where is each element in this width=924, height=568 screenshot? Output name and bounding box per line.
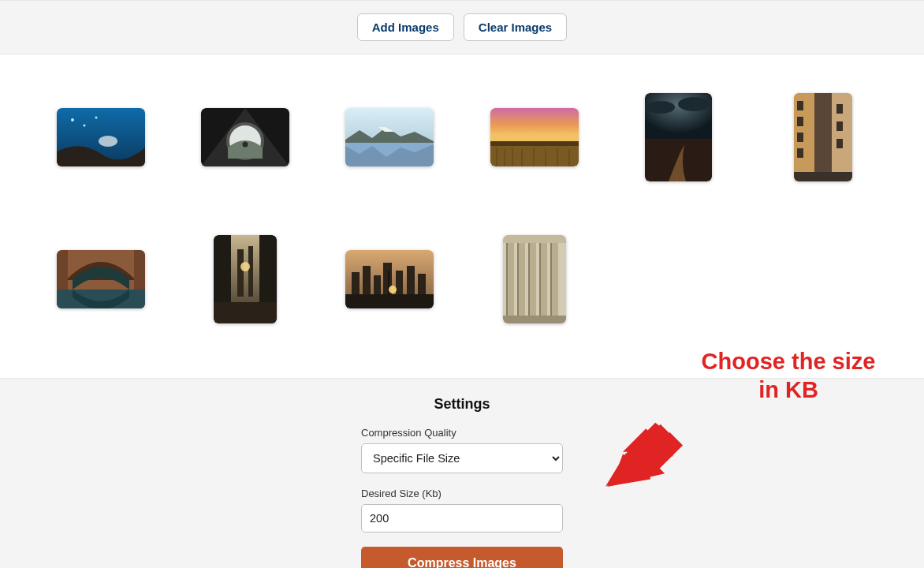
svg-marker-73 xyxy=(611,446,646,480)
svg-marker-80 xyxy=(605,454,642,487)
svg-rect-75 xyxy=(639,424,674,458)
image-thumbnail[interactable] xyxy=(214,235,277,323)
svg-point-58 xyxy=(389,286,397,293)
svg-rect-65 xyxy=(506,241,508,317)
toolbar: Add Images Clear Images xyxy=(0,0,924,54)
svg-rect-51 xyxy=(374,275,381,296)
svg-rect-26 xyxy=(794,93,814,181)
image-thumbnail[interactable] xyxy=(57,250,145,308)
svg-marker-74 xyxy=(610,454,663,483)
svg-rect-50 xyxy=(363,266,371,296)
svg-rect-45 xyxy=(248,246,253,297)
svg-marker-79 xyxy=(607,428,673,486)
svg-point-2 xyxy=(71,118,74,121)
image-gallery xyxy=(0,54,924,379)
image-thumbnail[interactable] xyxy=(57,108,145,166)
image-thumbnail[interactable] xyxy=(490,108,579,166)
svg-rect-32 xyxy=(797,148,803,158)
image-thumbnail[interactable] xyxy=(794,93,852,181)
svg-rect-55 xyxy=(418,274,426,296)
svg-point-47 xyxy=(240,262,250,271)
svg-point-22 xyxy=(646,101,675,114)
svg-point-3 xyxy=(83,125,85,127)
svg-rect-11 xyxy=(490,108,579,141)
svg-marker-72 xyxy=(614,449,652,478)
svg-marker-78 xyxy=(609,445,665,487)
svg-rect-71 xyxy=(503,316,566,323)
svg-rect-29 xyxy=(797,101,803,110)
svg-rect-44 xyxy=(237,249,244,297)
svg-marker-76 xyxy=(609,450,659,483)
svg-rect-28 xyxy=(814,93,832,181)
image-thumbnail[interactable] xyxy=(345,250,434,308)
desired-size-input[interactable] xyxy=(361,504,563,532)
settings-title: Settings xyxy=(361,396,563,413)
image-thumbnail[interactable] xyxy=(201,108,289,166)
arrow-icon xyxy=(599,414,690,501)
quality-label: Compression Quality xyxy=(361,427,563,439)
svg-rect-31 xyxy=(797,133,803,142)
svg-rect-49 xyxy=(352,272,360,296)
svg-rect-43 xyxy=(259,235,277,302)
svg-rect-66 xyxy=(517,241,519,317)
svg-rect-30 xyxy=(797,117,803,126)
svg-point-4 xyxy=(95,117,97,119)
svg-rect-34 xyxy=(836,121,843,131)
svg-rect-33 xyxy=(836,104,843,114)
svg-point-1 xyxy=(99,136,117,147)
svg-rect-42 xyxy=(214,235,231,302)
svg-rect-53 xyxy=(396,271,403,296)
svg-rect-82 xyxy=(633,426,672,465)
svg-rect-36 xyxy=(794,172,852,181)
annotation-text-line2: in KB xyxy=(758,377,818,402)
svg-rect-69 xyxy=(550,241,552,317)
compress-images-button[interactable]: Compress Images xyxy=(361,547,563,568)
add-images-button[interactable]: Add Images xyxy=(357,13,454,41)
compression-quality-select[interactable]: Specific File Size xyxy=(361,443,563,473)
svg-point-23 xyxy=(678,97,710,111)
svg-marker-81 xyxy=(607,447,647,485)
svg-rect-56 xyxy=(345,294,434,308)
svg-rect-70 xyxy=(503,235,566,243)
svg-rect-67 xyxy=(528,241,530,317)
svg-rect-77 xyxy=(635,423,676,464)
svg-rect-46 xyxy=(214,302,277,323)
svg-rect-54 xyxy=(407,266,415,296)
svg-rect-68 xyxy=(539,241,541,317)
svg-rect-35 xyxy=(836,139,843,148)
svg-rect-57 xyxy=(388,271,389,296)
image-thumbnail[interactable] xyxy=(345,108,434,166)
desired-size-label: Desired Size (Kb) xyxy=(361,488,563,499)
settings-panel: Settings Compression Quality Specific Fi… xyxy=(0,379,924,568)
image-thumbnail[interactable] xyxy=(503,235,566,323)
clear-images-button[interactable]: Clear Images xyxy=(464,13,567,41)
image-thumbnail[interactable] xyxy=(645,93,712,181)
svg-point-8 xyxy=(242,142,248,148)
